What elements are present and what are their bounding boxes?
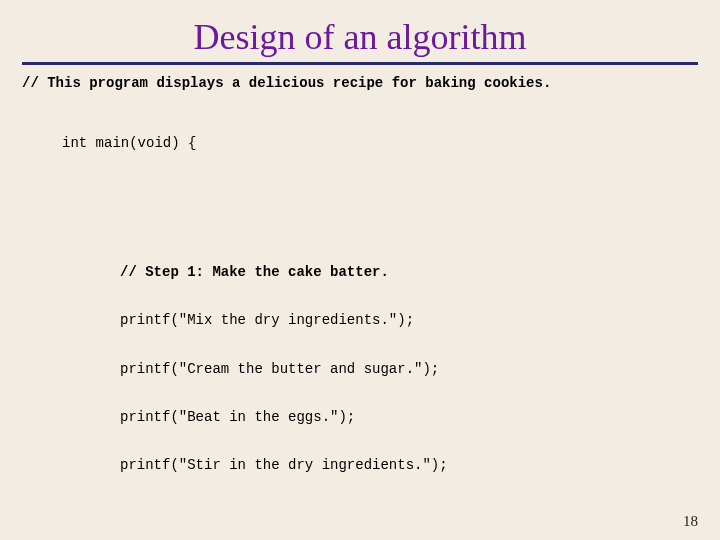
- function-signature: int main(void) {: [62, 135, 698, 151]
- code-line: printf("Beat in the eggs.");: [120, 409, 698, 425]
- code-block: int main(void) { // Step 1: Make the cak…: [62, 103, 698, 540]
- step-comment: // Step 1: Make the cake batter.: [120, 264, 698, 280]
- code-line: printf("Stir in the dry ingredients.");: [120, 457, 698, 473]
- intro-comment: // This program displays a delicious rec…: [22, 75, 698, 91]
- title-rule: [22, 62, 698, 65]
- code-line: printf("Mix the dry ingredients.");: [120, 312, 698, 328]
- code-line: printf("Cream the butter and sugar.");: [120, 361, 698, 377]
- slide-title: Design of an algorithm: [22, 16, 698, 58]
- page-number: 18: [683, 513, 698, 530]
- slide: Design of an algorithm // This program d…: [0, 0, 720, 540]
- step-block-1: // Step 1: Make the cake batter. printf(…: [62, 200, 698, 538]
